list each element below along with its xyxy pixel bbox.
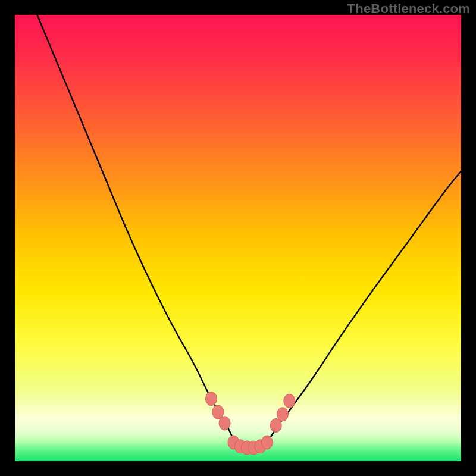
curve-marker — [206, 392, 217, 406]
watermark-text: TheBottleneck.com — [347, 1, 470, 17]
curve-marker — [261, 436, 273, 449]
curve-marker — [270, 419, 281, 433]
curve-marker — [277, 408, 289, 421]
bottleneck-chart — [15, 15, 461, 461]
curve-marker — [212, 405, 224, 419]
curve-marker — [284, 394, 295, 408]
plot-area — [15, 15, 461, 461]
gradient-background — [15, 15, 461, 461]
curve-marker — [219, 416, 230, 430]
outer-frame: TheBottleneck.com — [0, 0, 476, 476]
